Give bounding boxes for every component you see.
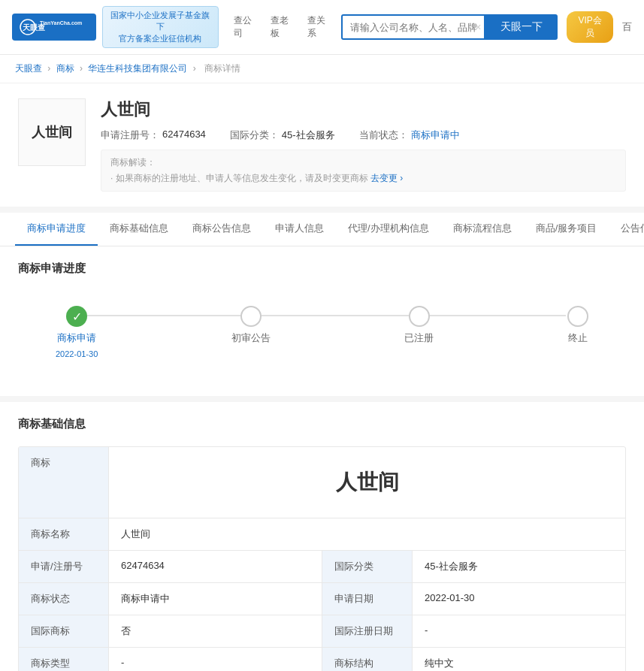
breadcrumb-current: 商标详情 (204, 63, 240, 74)
value-status: 商标申请中 (109, 583, 322, 615)
node-registered: 已注册 (404, 306, 434, 358)
trademark-meta: 申请注册号： 62474634 国际分类： 45-社会服务 当前状态： 商标申请… (101, 128, 626, 142)
label-intl: 国际商标 (19, 615, 109, 647)
trademark-logo: 人世间 (18, 98, 86, 166)
search-clear-icon[interactable]: × (475, 21, 481, 33)
trademark-large-text: 人世间 (324, 456, 411, 509)
nav-links: 查公司 查老板 查关系 (234, 14, 332, 40)
status-item: 当前状态： 商标申请中 (359, 128, 460, 142)
tips-content: · 如果商标的注册地址、申请人等信息发生变化，请及时变更商标 去变更 › (110, 172, 616, 185)
info-row-name: 商标名称 人世间 (19, 518, 625, 551)
cell-right-structure: 商标结构 纯中文 (322, 648, 625, 671)
tab-goods[interactable]: 商品/服务项目 (524, 213, 609, 246)
nav-link-company[interactable]: 查公司 (234, 14, 259, 40)
label-intlregdate: 国际注册日期 (322, 615, 413, 647)
progress-nodes: ✓ 商标申请 2022-01-30 初审公告 已注册 (56, 306, 588, 358)
vip-button[interactable]: VIP会员 (567, 11, 613, 43)
reg-no-item: 申请注册号： 62474634 (101, 128, 206, 142)
info-row-trademark-image: 商标 人世间 (19, 447, 625, 518)
node-apply: ✓ 商标申请 2022-01-30 (56, 306, 98, 358)
tips-link[interactable]: 去变更 › (370, 173, 403, 183)
value-regno: 62474634 (109, 551, 322, 582)
tab-announcement[interactable]: 商标公告信息 (180, 213, 263, 246)
label-type: 商标类型 (19, 648, 109, 671)
info-row-intl: 国际商标 否 国际注册日期 - (19, 615, 625, 648)
logo: 天眼查 TianYanCha.com (12, 14, 96, 41)
breadcrumb-sep-3: › (193, 63, 198, 74)
info-table: 商标 人世间 商标名称 人世间 申请/注册号 62474634 国际分类 45-… (18, 446, 626, 671)
node-initial-circle (240, 306, 262, 327)
label-trademark: 商标 (19, 447, 109, 518)
breadcrumb-company[interactable]: 华连生科技集团有限公司 (88, 63, 187, 74)
cell-left-type: 商标类型 - (19, 648, 322, 671)
info-row-status: 商标状态 商标申请中 申请日期 2022-01-30 (19, 583, 625, 615)
cell-left-intl: 国际商标 否 (19, 615, 322, 647)
breadcrumb-sep-1: › (47, 63, 53, 74)
cell-right-appdate: 申请日期 2022-01-30 (322, 583, 625, 615)
value-name: 人世间 (109, 518, 625, 550)
tab-applicant[interactable]: 申请人信息 (263, 213, 336, 246)
node-registered-label: 已注册 (404, 331, 434, 345)
search-area: × 天眼一下 (341, 14, 558, 40)
logo-area: 天眼查 TianYanCha.com 国家中小企业发展子基金旗下 官方备案企业征… (12, 6, 219, 48)
trademark-tips: 商标解读： · 如果商标的注册地址、申请人等信息发生变化，请及时变更商标 去变更… (101, 150, 626, 192)
tabs: 商标申请进度 商标基础信息 商标公告信息 申请人信息 代理/办理机构信息 商标流… (0, 213, 644, 246)
node-terminated: 终止 (567, 306, 588, 358)
node-initial: 初审公告 (231, 306, 271, 358)
intl-class-item: 国际分类： 45-社会服务 (230, 128, 335, 142)
node-registered-circle (409, 306, 430, 327)
node-apply-date: 2022-01-30 (56, 349, 98, 358)
progress-title: 商标申请进度 (18, 261, 626, 276)
value-appdate: 2022-01-30 (413, 583, 625, 615)
tab-progress[interactable]: 商标申请进度 (15, 213, 98, 246)
header-right: VIP会员 百 (567, 11, 632, 43)
label-regno: 申请/注册号 (19, 551, 109, 582)
label-appdate: 申请日期 (322, 583, 413, 615)
progress-section: 商标申请进度 ✓ 商标申请 2022-01-30 初审公告 (0, 246, 644, 402)
value-intlclass: 45-社会服务 (413, 551, 625, 582)
cell-left-regno: 申请/注册号 62474634 (19, 551, 322, 582)
trademark-name: 人世间 (101, 98, 626, 121)
banner: 国家中小企业发展子基金旗下 官方备案企业征信机构 (102, 6, 219, 48)
cell-right-intlclass: 国际分类 45-社会服务 (322, 551, 625, 582)
reg-no-label: 申请注册号： (101, 128, 159, 142)
trademark-card: 人世间 人世间 申请注册号： 62474634 国际分类： 45-社会服务 当前… (0, 83, 644, 213)
intl-class-value: 45-社会服务 (282, 128, 335, 142)
label-structure: 商标结构 (322, 648, 413, 671)
breadcrumb-trademark[interactable]: 商标 (56, 63, 74, 74)
value-trademark-image: 人世间 (109, 447, 625, 518)
value-intl: 否 (109, 615, 322, 647)
tab-public[interactable]: 公告信息 (609, 213, 644, 246)
value-type: - (109, 648, 322, 671)
cell-right-intlregdate: 国际注册日期 - (322, 615, 625, 647)
node-apply-label: 商标申请 (57, 331, 96, 345)
tab-basic[interactable]: 商标基础信息 (98, 213, 180, 246)
breadcrumb: 天眼查 › 商标 › 华连生科技集团有限公司 › 商标详情 (0, 55, 644, 83)
search-input[interactable] (341, 14, 485, 40)
info-row-regno: 申请/注册号 62474634 国际分类 45-社会服务 (19, 551, 625, 583)
tab-agency[interactable]: 代理/办理机构信息 (336, 213, 441, 246)
header: 天眼查 TianYanCha.com 国家中小企业发展子基金旗下 官方备案企业征… (0, 0, 644, 55)
svg-text:TianYanCha.com: TianYanCha.com (40, 20, 82, 26)
value-structure: 纯中文 (413, 648, 625, 671)
reg-no-value: 62474634 (162, 128, 206, 142)
tab-process[interactable]: 商标流程信息 (441, 213, 524, 246)
main-content: 人世间 人世间 申请注册号： 62474634 国际分类： 45-社会服务 当前… (0, 83, 644, 671)
tips-title: 商标解读： (110, 156, 616, 169)
breadcrumb-sep-2: › (80, 63, 85, 74)
status-value: 商标申请中 (411, 128, 460, 142)
node-apply-circle: ✓ (66, 306, 87, 327)
node-terminated-circle (567, 306, 588, 327)
node-initial-label: 初审公告 (231, 331, 271, 345)
trademark-info: 人世间 申请注册号： 62474634 国际分类： 45-社会服务 当前状态： … (101, 98, 626, 192)
basic-info-section: 商标基础信息 商标 人世间 商标名称 人世间 申请/注册号 62474634 (0, 402, 644, 671)
label-status: 商标状态 (19, 583, 109, 615)
intl-class-label: 国际分类： (230, 128, 279, 142)
label-name: 商标名称 (19, 518, 109, 550)
node-terminated-label: 终止 (568, 331, 588, 345)
breadcrumb-home[interactable]: 天眼查 (15, 63, 42, 74)
bai-link[interactable]: 百 (622, 20, 632, 34)
search-button[interactable]: 天眼一下 (485, 14, 558, 40)
nav-link-boss[interactable]: 查老板 (271, 14, 295, 40)
nav-link-relation[interactable]: 查关系 (307, 14, 332, 40)
